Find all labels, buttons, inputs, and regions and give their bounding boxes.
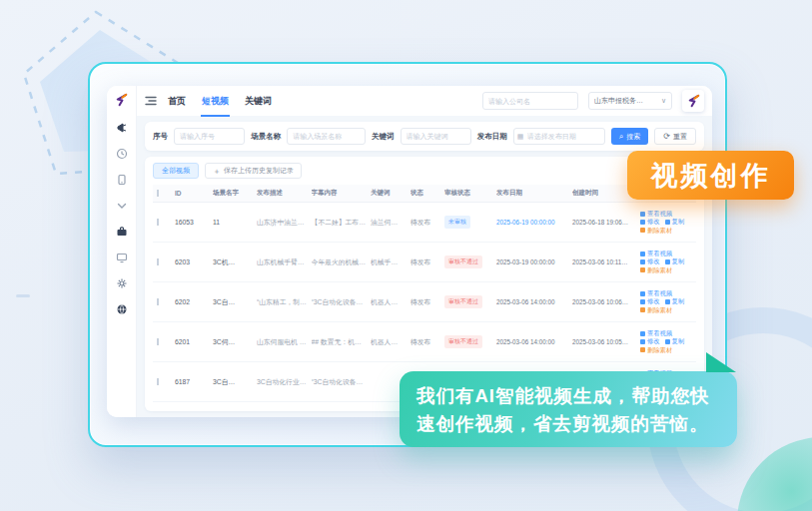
- reset-button[interactable]: 重置: [654, 128, 696, 145]
- cell-id: 6201: [175, 338, 209, 345]
- sidebar: [107, 86, 137, 417]
- cell-created-time: 2025-03-06 10:11…: [572, 258, 636, 265]
- trash-icon: [640, 228, 645, 233]
- table-toolbar: 全部视频 ＋ 保存上传历史复制记录: [153, 163, 696, 179]
- delete-material-link[interactable]: 删除素材: [640, 267, 672, 273]
- edit-link[interactable]: 修改: [640, 338, 660, 344]
- copy-link[interactable]: 复制: [665, 219, 685, 225]
- edit-link[interactable]: 修改: [640, 258, 660, 264]
- edit-link[interactable]: 修改: [640, 298, 660, 304]
- view-video-link[interactable]: 查看视频: [640, 211, 672, 217]
- table-row: 16053 11 山东济中油兰伺服条机厂家… 【不二娃】工布引外【园决心】听… …: [153, 203, 696, 243]
- column-header: 发布日期: [496, 189, 568, 198]
- cell-actions: 查看视频 修改 复制 删除素材: [640, 330, 696, 353]
- promo-tooltip-text: 我们有AI智能视频生成，帮助您快速创作视频，省去剪视频的苦恼。: [416, 385, 710, 434]
- monitor-icon[interactable]: [115, 251, 128, 263]
- row-checkbox[interactable]: [157, 219, 159, 226]
- cell-keyword: 油兰伺…: [371, 218, 406, 228]
- cell-status: 待发布: [410, 297, 440, 307]
- globe-icon[interactable]: [115, 302, 128, 315]
- scene-name-input[interactable]: [287, 128, 366, 145]
- delete-material-link[interactable]: 删除素材: [640, 347, 672, 353]
- date-label: 发布日期: [477, 132, 507, 142]
- cell-subtitle: “3C自动化设备越来越小、伺…: [312, 377, 367, 387]
- play-icon: [640, 291, 645, 296]
- review-status-badge: 审核不通过: [444, 256, 482, 268]
- clock-icon[interactable]: [115, 147, 128, 160]
- cell-subtitle: 【不二娃】工布引外【园决心】听…: [312, 218, 367, 228]
- cell-id: 16053: [175, 219, 209, 226]
- cell-publish-desc: 3C自动化行业：精益伺服电机。: [257, 377, 308, 387]
- copy-link[interactable]: 复制: [665, 258, 685, 264]
- table-header: ID 场景名字 发布描述 字幕内容 关键词 状态 审核状态: [153, 185, 696, 203]
- review-status-badge: 审核不通过: [444, 335, 482, 348]
- tablet-icon[interactable]: [115, 173, 128, 186]
- column-header: 状态: [410, 189, 440, 198]
- column-header: 字幕内容: [312, 189, 367, 198]
- cell-actions: 查看视频 修改 复制 删除素材: [640, 251, 696, 273]
- filter-bar: 序号 场景名称 关键词 发布日期 ▦ 搜索 重置: [145, 122, 704, 151]
- row-checkbox[interactable]: [157, 298, 159, 305]
- column-header: ID: [175, 190, 209, 197]
- cell-publish-desc: “山东精工，制造先锋”: [257, 297, 308, 307]
- copy-link[interactable]: 复制: [665, 298, 685, 304]
- edit-link[interactable]: 修改: [640, 219, 660, 225]
- view-video-link[interactable]: 查看视频: [640, 251, 672, 256]
- edit-icon: [640, 259, 645, 264]
- nav-tab[interactable]: 短视频: [201, 86, 230, 117]
- logo-icon: [114, 93, 129, 108]
- save-history-button[interactable]: ＋ 保存上传历史复制记录: [205, 163, 302, 179]
- all-videos-button[interactable]: 全部视频: [153, 163, 199, 179]
- cell-keyword: 机械手…: [371, 257, 406, 267]
- search-button[interactable]: 搜索: [611, 128, 648, 145]
- topbar: 首页 短视频 关键词 山东申报税务… ∨: [137, 86, 712, 116]
- select-all-checkbox[interactable]: [157, 190, 159, 197]
- serial-label: 序号: [153, 132, 168, 142]
- serial-input[interactable]: [174, 128, 245, 145]
- date-input[interactable]: [513, 128, 605, 145]
- nav-tabs: 首页 短视频 关键词: [167, 86, 273, 116]
- feature-badge-label: 视频创作: [651, 158, 771, 194]
- trash-icon: [640, 347, 645, 352]
- table-row: 6201 3C伺… 山东伺服电机 最具性价比值 ## 数置无：机器人伺服电机… …: [153, 322, 696, 362]
- cell-scene-name: 3C伺…: [213, 337, 253, 347]
- cell-actions: 查看视频 修改 复制 删除素材: [640, 211, 696, 234]
- company-search-input[interactable]: [482, 92, 578, 110]
- scene-label: 场景名称: [251, 132, 281, 142]
- copy-link[interactable]: 复制: [665, 338, 685, 344]
- calendar-icon: ▦: [517, 133, 524, 141]
- delete-material-link[interactable]: 删除素材: [640, 307, 672, 313]
- edit-icon: [640, 339, 645, 344]
- cell-publish-date: 2025-03-19 00:00:00: [496, 258, 568, 265]
- dash-decoration: [16, 294, 30, 297]
- chevron-down-icon[interactable]: [115, 199, 128, 212]
- megaphone-icon[interactable]: [115, 121, 128, 134]
- view-video-link[interactable]: 查看视频: [640, 290, 672, 296]
- app-frame: 首页 短视频 关键词 山东申报税务… ∨: [107, 86, 712, 417]
- nav-tab[interactable]: 关键词: [244, 86, 273, 117]
- row-checkbox[interactable]: [157, 338, 159, 345]
- play-icon: [640, 212, 645, 217]
- delete-material-link[interactable]: 删除素材: [640, 228, 672, 234]
- logo-chip: [682, 90, 704, 112]
- row-checkbox[interactable]: [157, 258, 159, 265]
- gear-icon[interactable]: [115, 276, 128, 289]
- refresh-icon: [663, 132, 670, 141]
- trash-icon: [640, 307, 645, 312]
- briefcase-icon[interactable]: [115, 225, 128, 238]
- keyword-input[interactable]: [401, 128, 471, 145]
- cell-created-time: 2025-03-06 10:05…: [572, 338, 636, 345]
- copy-icon: [665, 339, 670, 344]
- nav-tab[interactable]: 首页: [167, 86, 187, 117]
- copy-icon: [665, 259, 670, 264]
- cell-publish-date: 2025-03-06 14:00:00: [496, 338, 568, 345]
- menu-icon[interactable]: [145, 96, 157, 106]
- view-video-link[interactable]: 查看视频: [640, 330, 672, 336]
- date-picker[interactable]: ▦: [513, 128, 605, 145]
- company-select[interactable]: 山东申报税务… ∨: [588, 92, 672, 110]
- row-checkbox[interactable]: [157, 378, 159, 385]
- cell-actions: 查看视频 修改 复制 删除素材: [640, 290, 696, 313]
- review-status-badge: 审核不通过: [444, 295, 482, 308]
- cell-subtitle: 今年最火的机械手臂伺服电机…: [312, 257, 367, 267]
- cell-id: 6187: [175, 378, 209, 385]
